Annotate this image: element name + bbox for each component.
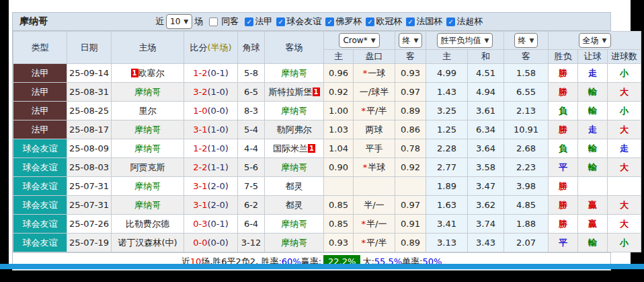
- col-header-date: 日期: [67, 32, 112, 64]
- cell-date: 25-08-17: [67, 120, 112, 139]
- cell-corners: 6-5: [238, 83, 265, 102]
- star-mark: *: [363, 68, 368, 78]
- cell-home-team: 诺丁汉森林(中): [112, 234, 184, 252]
- team-name: 勒阿弗尔: [277, 125, 312, 135]
- odds-company-select[interactable]: Crow*▼: [339, 33, 379, 48]
- league-filter-checkbox[interactable]: ✓: [366, 17, 374, 26]
- chevron-down-icon: ▼: [602, 37, 607, 44]
- chevron-down-icon: ▼: [371, 37, 376, 44]
- cell-handicap-result: 輸: [578, 158, 608, 177]
- avg-time-select[interactable]: 终▼: [514, 33, 538, 48]
- cell-home-team: 摩纳哥: [112, 83, 184, 102]
- avg-type-select[interactable]: 胜平负均值▼: [437, 33, 493, 48]
- ah-line-text: 一/球半: [360, 87, 389, 97]
- scope-cell: 全场▼: [549, 32, 641, 50]
- cell-goals-result: 大: [608, 120, 641, 139]
- league-filter-label: 欧冠杯: [376, 16, 402, 26]
- cell-away-team: 都灵: [265, 177, 324, 196]
- chevron-down-icon: ▼: [485, 37, 489, 44]
- team-name: 摩纳哥: [134, 200, 161, 210]
- cell-handicap-result: 贏: [578, 215, 608, 234]
- cell-ah-line: *一球: [354, 64, 395, 83]
- team-name: 摩纳哥: [134, 87, 161, 97]
- subcol-avg-draw: 和: [468, 50, 504, 64]
- cell-away-team: 摩纳哥: [265, 158, 324, 177]
- cell-avg-away: 2.23: [504, 158, 549, 177]
- cell-avg-away: 1.58: [504, 64, 549, 83]
- half-time-score: (1-0): [207, 87, 228, 97]
- cell-avg-draw: 3.47: [468, 177, 504, 196]
- cell-match-type: 法甲: [13, 120, 67, 139]
- cell-avg-home: 2.77: [426, 158, 468, 177]
- odds-company-cell: Crow*▼: [324, 32, 395, 50]
- league-filter-checkbox[interactable]: ✓: [276, 17, 285, 26]
- team-name: 诺丁汉森林(中): [118, 238, 177, 248]
- chevron-down-icon: ▼: [184, 18, 188, 25]
- cell-avg-draw: 4.94: [468, 83, 504, 102]
- cell-match-type: 球会友谊: [13, 177, 67, 196]
- cell-away-team: 斯特拉斯堡1: [265, 83, 324, 102]
- cell-avg-away: 2.07: [504, 234, 549, 252]
- cell-goals-result: 小: [608, 64, 641, 83]
- cell-corners: 8-3: [238, 102, 265, 120]
- games-count-select[interactable]: 10▼: [166, 14, 192, 29]
- ah-line-text: 半/一: [366, 219, 387, 229]
- odds-time-select[interactable]: 终▼: [399, 33, 423, 48]
- cell-score: 0-3(0-1): [184, 215, 238, 234]
- team-name: 摩纳哥: [134, 143, 161, 153]
- cell-avg-draw: 3.43: [468, 234, 504, 252]
- cell-avg-away: 2.13: [504, 102, 549, 120]
- cell-score: 1-2(0-1): [184, 64, 238, 83]
- games-suffix-label: 场: [194, 15, 203, 28]
- cell-ah-line: 两球: [354, 120, 395, 139]
- league-filter-checkbox[interactable]: ✓: [446, 17, 455, 26]
- cell-goals-result: 大: [608, 215, 641, 234]
- cell-handicap-result: 輸: [578, 139, 608, 158]
- full-time-score: 3-1: [193, 125, 207, 135]
- cell-avg-draw: 3.74: [468, 215, 504, 234]
- cell-corners: 6-4: [238, 215, 265, 234]
- cell-date: 25-08-25: [67, 102, 112, 120]
- ah-line-text: 半球: [368, 162, 385, 172]
- cell-goals-result: [608, 177, 641, 196]
- cell-ah-home-odds: 0.93: [324, 234, 354, 252]
- cell-ah-away-odds: 0.97: [395, 83, 426, 102]
- cell-avg-home: 1.43: [426, 83, 468, 102]
- cell-handicap-result: 贏: [578, 196, 608, 215]
- half-time-score: (1-0): [207, 143, 228, 153]
- table-row: 球会友谊25-08-09摩纳哥1-2(1-0)4-4国际米兰11.04平手0.7…: [13, 139, 641, 158]
- cell-home-team: 摩纳哥: [112, 120, 184, 139]
- half-time-score: (0-1): [207, 68, 228, 78]
- cell-home-team: 阿贾克斯: [112, 158, 184, 177]
- subcol-ah-away: 客: [395, 50, 426, 64]
- content-page: 摩纳哥 近 10▼ 场 同客 ✓法甲✓球会友谊✓佛罗杯✓欧冠杯✓法国杯✓法超杯 …: [9, 0, 631, 269]
- subcol-goals: 进球数: [608, 50, 641, 64]
- cell-ah-home-odds: 0.85: [324, 196, 354, 215]
- league-filter-group: ✓法甲✓球会友谊✓佛罗杯✓欧冠杯✓法国杯✓法超杯: [241, 15, 483, 28]
- col-header-corners: 角球: [238, 32, 265, 64]
- cell-result: 勝: [549, 83, 578, 102]
- league-filter-checkbox[interactable]: ✓: [245, 17, 253, 26]
- score-header-half: (半场): [207, 42, 231, 52]
- cell-date: 25-07-19: [67, 234, 112, 252]
- cell-avg-away: 2.68: [504, 139, 549, 158]
- cell-handicap-result: [578, 177, 608, 196]
- cell-handicap-result: 走: [578, 120, 608, 139]
- league-filter-checkbox[interactable]: ✓: [325, 17, 334, 26]
- cell-score: 1-2(1-0): [184, 139, 238, 158]
- league-filter-checkbox[interactable]: ✓: [406, 17, 415, 26]
- same-away-checkbox[interactable]: [209, 17, 218, 26]
- cell-match-type: 球会友谊: [13, 215, 67, 234]
- table-row: 球会友谊25-07-19诺丁汉森林(中)0-0(0-0)3-12摩纳哥0.93*…: [13, 234, 641, 252]
- cell-ah-home-odds: 1.00: [324, 102, 354, 120]
- cell-date: 25-07-31: [67, 177, 112, 196]
- table-row: 法甲25-08-31摩纳哥3-2(1-0)6-5斯特拉斯堡10.92一/球半0.…: [13, 83, 641, 102]
- cell-ah-line: *平/半: [354, 102, 395, 120]
- cell-goals-result: 大: [608, 196, 641, 215]
- table-row: 球会友谊25-08-03阿贾克斯2-2(1-1)5-6摩纳哥0.90*半球0.9…: [13, 158, 641, 177]
- cell-avg-draw: 3.61: [468, 102, 504, 120]
- scope-select[interactable]: 全场▼: [579, 33, 611, 48]
- title-bar: 摩纳哥 近 10▼ 场 同客 ✓法甲✓球会友谊✓佛罗杯✓欧冠杯✓法国杯✓法超杯: [13, 13, 610, 31]
- cell-score: 0-0(0-0): [184, 234, 238, 252]
- cell-date: 25-07-31: [67, 196, 112, 215]
